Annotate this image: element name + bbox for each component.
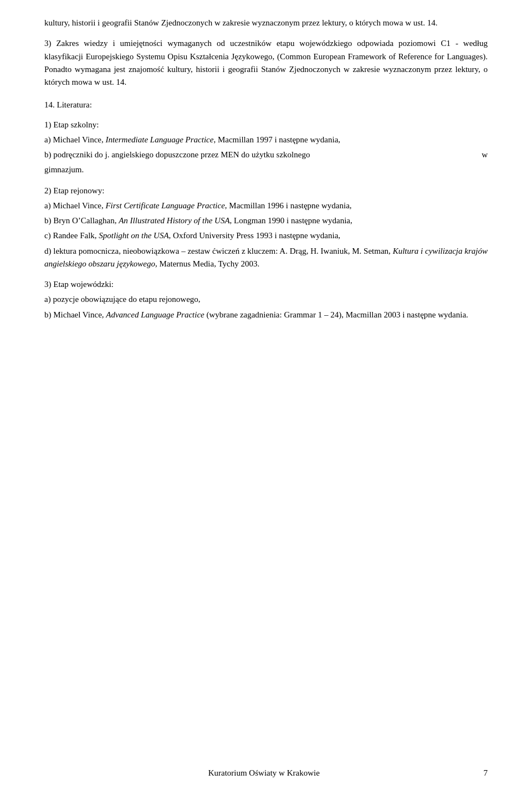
- etap2-a-text: a) Michael Vince, First Certificate Lang…: [44, 201, 352, 210]
- etap3-heading: 3) Etap wojewódzki:: [44, 278, 488, 291]
- etap2-c-text: c) Randee Falk, Spotlight on the USA, Ox…: [44, 231, 340, 240]
- etap2-item-c: c) Randee Falk, Spotlight on the USA, Ox…: [44, 229, 488, 242]
- etap3-item-a: a) pozycje obowiązujące do etapu rejonow…: [44, 293, 488, 306]
- footer-institution: Kuratorium Oświaty w Krakowie: [44, 768, 484, 778]
- etap1-heading-text: 1) Etap szkolny:: [44, 120, 99, 129]
- etap2-d-text: d) lektura pomocnicza, nieobowiązkowa – …: [44, 247, 488, 268]
- etap3-heading-text: 3) Etap wojewódzki:: [44, 280, 114, 289]
- etap1-b-cont-text: gimnazjum.: [44, 165, 84, 174]
- page-number-text: 7: [484, 768, 488, 777]
- etap1-item-b: b) podręczniki do j. angielskiego dopusz…: [44, 148, 488, 161]
- opening-text: kultury, historii i geografii Stanów Zje…: [44, 18, 438, 27]
- opening-paragraph: kultury, historii i geografii Stanów Zje…: [44, 17, 488, 29]
- etap2-heading-text: 2) Etap rejonowy:: [44, 186, 104, 195]
- etap1-heading: 1) Etap szkolny:: [44, 119, 488, 131]
- etap2-item-b: b) Bryn O’Callaghan, An Illustrated Hist…: [44, 214, 488, 227]
- section3-text: 3) Zakres wiedzy i umiejętności wymagany…: [44, 39, 488, 86]
- etap1-item-b-cont: gimnazjum.: [44, 163, 488, 176]
- etap1-a-prefix: a) Michael Vince, Intermediate Language …: [44, 135, 340, 144]
- etap3-b-text: b) Michael Vince, Advanced Language Prac…: [44, 310, 468, 319]
- etap2-section: 2) Etap rejonowy: a) Michael Vince, Firs…: [44, 184, 488, 271]
- literatura-section-heading: 14. Literatura:: [44, 99, 488, 111]
- page-footer: Kuratorium Oświaty w Krakowie 7: [0, 768, 532, 778]
- etap2-heading: 2) Etap rejonowy:: [44, 184, 488, 197]
- etap3-item-b: b) Michael Vince, Advanced Language Prac…: [44, 309, 488, 321]
- etap2-item-a: a) Michael Vince, First Certificate Lang…: [44, 199, 488, 212]
- etap2-item-d: d) lektura pomocnicza, nieobowiązkowa – …: [44, 245, 488, 271]
- etap1-item-a: a) Michael Vince, Intermediate Language …: [44, 134, 488, 146]
- section3-paragraph: 3) Zakres wiedzy i umiejętności wymagany…: [44, 37, 488, 89]
- etap1-section: 1) Etap szkolny: a) Michael Vince, Inter…: [44, 119, 488, 177]
- etap1-b-text: b) podręczniki do j. angielskiego dopusz…: [44, 148, 310, 161]
- footer-page-number: 7: [484, 768, 488, 778]
- etap3-section: 3) Etap wojewódzki: a) pozycje obowiązuj…: [44, 278, 488, 321]
- page-container: kultury, historii i geografii Stanów Zje…: [0, 0, 532, 800]
- etap1-b-w: w: [482, 148, 488, 161]
- footer-institution-text: Kuratorium Oświaty w Krakowie: [208, 768, 320, 777]
- literatura-heading-text: 14. Literatura:: [44, 100, 92, 109]
- etap2-b-text: b) Bryn O’Callaghan, An Illustrated Hist…: [44, 216, 352, 225]
- etap3-a-text: a) pozycje obowiązujące do etapu rejonow…: [44, 295, 201, 304]
